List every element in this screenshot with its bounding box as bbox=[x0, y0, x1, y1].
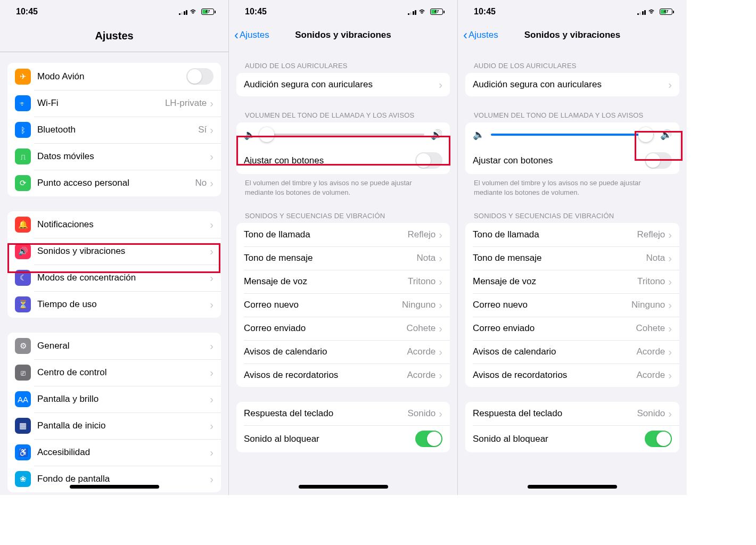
settings-row-pantalla-de-inicio[interactable]: ▦Pantalla de inicio› bbox=[7, 412, 221, 439]
headphone-safety-row[interactable]: Audición segura con auriculares › bbox=[236, 73, 450, 96]
chevron-right-icon: › bbox=[210, 219, 213, 231]
wifi-status-icon: ᯤ bbox=[419, 7, 428, 16]
settings-row-modos-de-concentraci-n[interactable]: ☾Modos de concentración› bbox=[7, 265, 221, 291]
back-button[interactable]: ‹Ajustes bbox=[463, 29, 498, 42]
row-value: Acorde bbox=[636, 346, 665, 357]
settings-row-tiempo-de-uso[interactable]: ⏳Tiempo de uso› bbox=[7, 291, 221, 318]
row-value: Reflejo bbox=[407, 229, 435, 240]
section-footer-volume: El volumen del timbre y los avisos no se… bbox=[465, 174, 679, 197]
volume-slider[interactable] bbox=[491, 134, 654, 136]
settings-row-datos-m-viles[interactable]: ⎍Datos móviles› bbox=[7, 143, 221, 170]
tone-row[interactable]: Avisos de calendarioAcorde› bbox=[236, 340, 450, 364]
settings-row-general[interactable]: ⚙General› bbox=[7, 333, 221, 359]
headphone-safety-row[interactable]: Audición segura con auriculares › bbox=[465, 73, 679, 96]
tone-row[interactable]: Tono de mensajeNota› bbox=[236, 246, 450, 270]
battery-icon: 47 bbox=[430, 9, 445, 15]
row-label: Wi-Fi bbox=[37, 98, 165, 109]
settings-row-notificaciones[interactable]: 🔔Notificaciones› bbox=[7, 211, 221, 238]
row-value: Sonido bbox=[637, 408, 665, 419]
chevron-right-icon: › bbox=[210, 420, 213, 432]
tone-row[interactable]: Avisos de recordatoriosAcorde› bbox=[236, 364, 450, 387]
volume-slider-row: 🔈 🔊 bbox=[236, 122, 450, 147]
nav-header: ‹Ajustes Sonidos y vibraciones bbox=[458, 23, 687, 47]
status-bar: 10:45 ᯤ 47 bbox=[0, 0, 228, 23]
tone-row[interactable]: Tono de mensajeNota› bbox=[465, 246, 679, 270]
settings-row-centro-de-control[interactable]: ⎚Centro de control› bbox=[7, 359, 221, 386]
back-button[interactable]: ‹Ajustes bbox=[234, 29, 269, 42]
tone-row[interactable]: Correo enviadoCohete› bbox=[465, 317, 679, 340]
change-with-buttons-toggle[interactable] bbox=[645, 152, 672, 169]
status-time: 10:45 bbox=[245, 7, 267, 16]
chevron-right-icon: › bbox=[668, 276, 672, 288]
lock-sound-toggle[interactable] bbox=[645, 431, 672, 447]
cellular-signal-icon bbox=[179, 9, 188, 15]
status-indicators: ᯤ 47 bbox=[637, 7, 675, 16]
lock-sound-row: Sonido al bloquear bbox=[236, 425, 450, 452]
settings-row-punto-acceso-personal[interactable]: ⟳Punto acceso personalNo› bbox=[7, 170, 221, 196]
tone-row[interactable]: Correo nuevoNinguno› bbox=[465, 293, 679, 317]
tone-row[interactable]: Tono de llamadaReflejo› bbox=[236, 223, 450, 246]
row-label: Modo Avión bbox=[37, 71, 186, 82]
row-value: Tritono bbox=[637, 276, 665, 287]
row-value: Cohete bbox=[636, 323, 665, 334]
screentime-icon: ⏳ bbox=[15, 296, 31, 312]
row-label: Respuesta del teclado bbox=[244, 408, 407, 419]
tone-row[interactable]: Avisos de recordatoriosAcorde› bbox=[465, 364, 679, 387]
volume-slider-row: 🔈 🔊 bbox=[465, 122, 679, 147]
chevron-right-icon: › bbox=[439, 346, 442, 358]
chevron-right-icon: › bbox=[210, 245, 213, 258]
chevron-right-icon: › bbox=[210, 151, 213, 163]
tone-row[interactable]: Correo nuevoNinguno› bbox=[236, 293, 450, 317]
chevron-right-icon: › bbox=[439, 323, 442, 335]
chevron-right-icon: › bbox=[210, 340, 213, 352]
cellular-signal-icon bbox=[408, 9, 417, 15]
volume-slider[interactable] bbox=[262, 134, 424, 136]
screen-sounds-high: 10:45 ᯤ 47 ‹Ajustes Sonidos y vibracione… bbox=[458, 0, 687, 495]
row-label: Correo nuevo bbox=[473, 300, 631, 310]
row-label: Mensaje de voz bbox=[473, 276, 637, 287]
status-indicators: ᯤ 47 bbox=[408, 7, 445, 16]
settings-row-bluetooth[interactable]: ᛒBluetoothSí› bbox=[7, 117, 221, 143]
sound-icon: 🔊 bbox=[15, 243, 31, 259]
row-label: Respuesta del teclado bbox=[473, 408, 637, 419]
chevron-right-icon: › bbox=[668, 346, 672, 358]
volume-low-icon: 🔈 bbox=[244, 129, 256, 141]
tone-row[interactable]: Correo enviadoCohete› bbox=[236, 317, 450, 340]
keyboard-feedback-row[interactable]: Respuesta del teclado Sonido › bbox=[465, 402, 679, 425]
chevron-right-icon: › bbox=[210, 447, 213, 459]
row-label: Ajustar con botones bbox=[244, 155, 415, 166]
nav-header: ‹Ajustes Sonidos y vibraciones bbox=[229, 23, 457, 47]
settings-row-sonidos-y-vibraciones[interactable]: 🔊Sonidos y vibraciones› bbox=[7, 238, 221, 265]
row-value: Ninguno bbox=[631, 300, 665, 310]
settings-row-accesibilidad[interactable]: ♿Accesibilidad› bbox=[7, 439, 221, 466]
tone-row[interactable]: Mensaje de vozTritono› bbox=[236, 270, 450, 293]
chevron-right-icon: › bbox=[210, 393, 213, 406]
keyboard-feedback-row[interactable]: Respuesta del teclado Sonido › bbox=[236, 402, 450, 425]
row-value: Reflejo bbox=[637, 229, 665, 240]
section-header-tones: SONIDOS Y SECUENCIAS DE VIBRACIÓN bbox=[236, 212, 450, 223]
lock-sound-toggle[interactable] bbox=[415, 431, 442, 447]
home-indicator bbox=[299, 485, 388, 489]
row-label: Tiempo de uso bbox=[37, 299, 210, 310]
volume-high-icon: 🔊 bbox=[431, 129, 442, 141]
chevron-right-icon: › bbox=[439, 229, 442, 241]
section-header-headphone: AUDIO DE LOS AURICULARES bbox=[465, 62, 679, 73]
row-label: Tono de mensaje bbox=[473, 253, 646, 263]
section-header-volume: VOLUMEN DEL TONO DE LLAMADA Y LOS AVISOS bbox=[465, 111, 679, 122]
row-value: Nota bbox=[416, 253, 435, 263]
tone-row[interactable]: Tono de llamadaReflejo› bbox=[465, 223, 679, 246]
change-with-buttons-toggle[interactable] bbox=[415, 152, 442, 169]
home-indicator bbox=[528, 485, 617, 489]
chevron-right-icon: › bbox=[668, 79, 672, 91]
toggle[interactable] bbox=[186, 68, 213, 85]
control-icon: ⎚ bbox=[15, 365, 31, 381]
back-label: Ajustes bbox=[240, 30, 269, 40]
accessibility-icon: ♿ bbox=[15, 444, 31, 460]
status-time: 10:45 bbox=[16, 7, 38, 16]
tone-row[interactable]: Mensaje de vozTritono› bbox=[465, 270, 679, 293]
chevron-right-icon: › bbox=[210, 473, 213, 485]
settings-row-wi-fi[interactable]: ᯤWi-FiLH-private› bbox=[7, 90, 221, 117]
row-value: Nota bbox=[646, 253, 665, 263]
settings-row-pantalla-y-brillo[interactable]: AAPantalla y brillo› bbox=[7, 386, 221, 412]
tone-row[interactable]: Avisos de calendarioAcorde› bbox=[465, 340, 679, 364]
